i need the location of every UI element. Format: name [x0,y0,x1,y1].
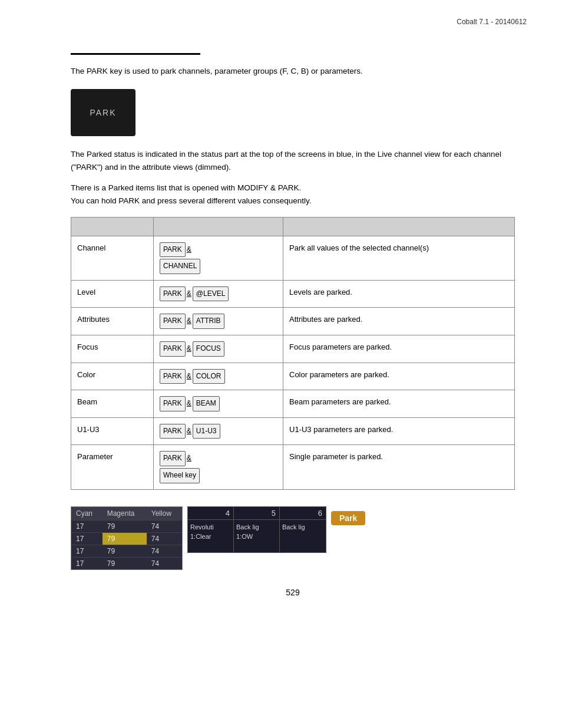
key-amp: & [187,397,191,410]
cmyk-table: Cyan Magenta Yellow 17 79 74 17 79 74 [71,507,182,569]
row-keys-u1u3: PARK & U1-U3 [154,417,283,445]
row-desc-attributes: Attributes are parked. [283,308,515,335]
cmyk-row: 17 79 74 [71,545,182,557]
ch6-header: 6 [280,507,326,520]
channel-5-panel: 5 Back lig 1:OW [234,507,280,552]
key-park: PARK [160,341,186,357]
key-amp: & [187,342,191,355]
park-table: Channel PARK & CHANNEL Park all values o… [71,217,515,490]
park-badge-container: Park [331,506,365,530]
cmyk-row: 17 79 74 [71,532,182,545]
table-row: U1-U3 PARK & U1-U3 U1-U3 parameters are … [71,417,515,445]
row-keys-beam: PARK & BEAM [154,390,283,418]
row-desc-focus: Focus parameters are parked. [283,335,515,363]
table-row: Parameter PARK & Wheel key Single parame… [71,445,515,489]
row-keys-color: PARK & COLOR [154,363,283,390]
key-park: PARK [160,451,186,466]
table-header-1 [71,217,154,236]
key-channel: CHANNEL [160,259,200,274]
cmyk-header-yellow: Yellow [147,507,182,521]
row-name-parameter: Parameter [71,445,154,489]
header-title: Cobalt 7.1 - 20140612 [457,18,527,26]
park-key-image: PARK [71,89,135,136]
page-number: 529 [71,588,515,597]
cmyk-row: 17 79 74 [71,520,182,532]
row-desc-parameter: Single parameter is parked. [283,445,515,489]
row-desc-color: Color parameters are parked. [283,363,515,390]
key-attrib: ATTRIB [193,314,224,329]
row-name-beam: Beam [71,390,154,418]
park-items-text1: There is a Parked items list that is ope… [71,182,515,195]
ch5-content: Back lig 1:OW [234,520,279,552]
row-desc-beam: Beam parameters are parked. [283,390,515,418]
row-keys-level: PARK & @LEVEL [154,280,283,308]
cmyk-magenta-1: 79 [103,520,147,532]
table-row: Level PARK & @LEVEL Levels are parked. [71,280,515,308]
ch6-backlig: Back lig [282,523,323,531]
key-amp: & [187,370,191,383]
key-park: PARK [160,396,186,411]
channel-6-panel: 6 Back lig [280,507,326,552]
cmyk-header-magenta: Magenta [103,507,147,521]
row-desc-channel: Park all values of the selected channel(… [283,236,515,280]
cmyk-cyan-2: 17 [71,532,103,545]
table-row: Channel PARK & CHANNEL Park all values o… [71,236,515,280]
cmyk-yellow-1: 74 [147,520,182,532]
ch4-revoluti: Revoluti [190,523,231,531]
row-keys-channel: PARK & CHANNEL [154,236,283,280]
key-park: PARK [160,369,186,384]
cmyk-magenta-2: 79 [103,532,147,545]
cmyk-yellow-2: 74 [147,532,182,545]
row-name-attributes: Attributes [71,308,154,335]
key-focus: FOCUS [193,341,224,357]
page-header: Cobalt 7.1 - 20140612 [457,18,527,26]
row-desc-level: Levels are parked. [283,280,515,308]
ch4-clear: 1:Clear [190,533,231,540]
row-keys-attributes: PARK & ATTRIB [154,308,283,335]
key-park: PARK [160,242,186,258]
key-beam: BEAM [193,396,220,411]
table-row: Focus PARK & FOCUS Focus parameters are … [71,335,515,363]
cmyk-row: 17 79 74 [71,557,182,569]
key-park: PARK [160,424,186,439]
table-header-3 [283,217,515,236]
key-amp: & [187,243,191,256]
screenshot-area: Cyan Magenta Yellow 17 79 74 17 79 74 [71,506,515,570]
key-amp: & [187,288,191,301]
intro-text: The PARK key is used to park channels, p… [71,65,515,77]
cmyk-yellow-4: 74 [147,557,182,569]
row-name-u1u3: U1-U3 [71,417,154,445]
key-amp: & [187,425,191,438]
row-name-focus: Focus [71,335,154,363]
table-row: Beam PARK & BEAM Beam parameters are par… [71,390,515,418]
table-row: Attributes PARK & ATTRIB Attributes are … [71,308,515,335]
section-divider [71,53,200,55]
park-key-label: PARK [90,108,116,117]
ch5-backlig: Back lig [236,523,277,531]
park-badge: Park [331,511,365,525]
key-color: COLOR [193,369,225,384]
table-row: Color PARK & COLOR Color parameters are … [71,363,515,390]
row-desc-u1u3: U1-U3 parameters are parked. [283,417,515,445]
key-u1u3: U1-U3 [193,424,220,439]
ch6-content: Back lig [280,520,326,552]
cmyk-yellow-3: 74 [147,545,182,557]
row-keys-focus: PARK & FOCUS [154,335,283,363]
ch4-content: Revoluti 1:Clear [188,520,233,552]
park-items-text: There is a Parked items list that is ope… [71,182,515,207]
cmyk-cyan-4: 17 [71,557,103,569]
key-wheel: Wheel key [160,468,200,483]
cmyk-cyan-3: 17 [71,545,103,557]
ch4-header: 4 [188,507,233,520]
row-name-channel: Channel [71,236,154,280]
key-park: PARK [160,314,186,329]
cmyk-table-container: Cyan Magenta Yellow 17 79 74 17 79 74 [71,506,183,570]
cmyk-header-cyan: Cyan [71,507,103,521]
ch5-header: 5 [234,507,279,520]
row-keys-parameter: PARK & Wheel key [154,445,283,489]
cmyk-cyan-1: 17 [71,520,103,532]
channel-4-panel: 4 Revoluti 1:Clear [188,507,234,552]
ch5-1ow: 1:OW [236,533,277,540]
row-name-level: Level [71,280,154,308]
key-level: @LEVEL [193,286,229,302]
